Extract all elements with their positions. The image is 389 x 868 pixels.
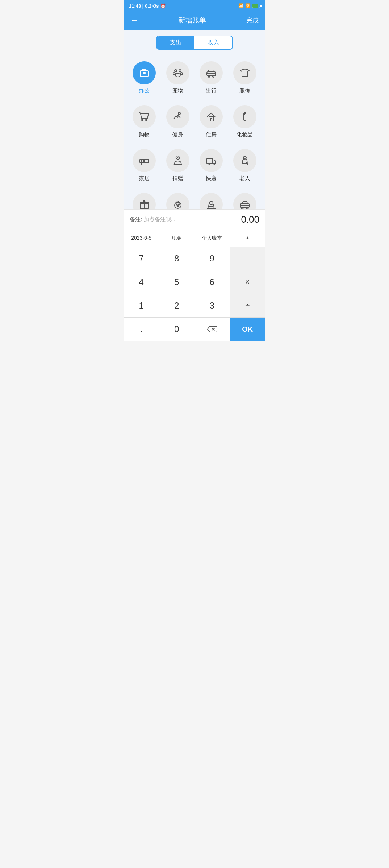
key-minus[interactable]: -: [230, 247, 265, 270]
express-icon: [200, 149, 223, 172]
date-selector[interactable]: 2023-6-5: [124, 230, 159, 247]
shopping-icon: [133, 105, 156, 128]
cat-donation-label: 捐赠: [172, 175, 183, 182]
svg-point-5: [173, 73, 175, 75]
travel-icon: [200, 61, 223, 84]
cat-fitness-label: 健身: [172, 131, 183, 138]
battery-icon: [252, 4, 260, 8]
cat-office[interactable]: 办公: [127, 57, 161, 99]
cat-housing[interactable]: 住房: [194, 101, 228, 142]
svg-point-7: [175, 73, 180, 77]
svg-point-4: [179, 70, 181, 72]
svg-point-28: [213, 164, 214, 165]
tab-area: 支出 收入: [124, 30, 265, 53]
donation-icon: [166, 149, 189, 172]
cat-tourism[interactable]: 旅游: [194, 189, 228, 209]
key-1[interactable]: 1: [124, 294, 159, 318]
key-9[interactable]: 9: [194, 247, 230, 270]
key-8[interactable]: 8: [159, 247, 195, 270]
back-button[interactable]: ←: [130, 16, 138, 25]
svg-point-17: [213, 116, 214, 116]
key-3[interactable]: 3: [194, 294, 230, 318]
key-divide[interactable]: ÷: [230, 294, 265, 318]
note-label: 备注:: [130, 216, 142, 222]
cat-housing-label: 住房: [206, 131, 217, 138]
cat-shopping[interactable]: 购物: [127, 101, 161, 142]
tab-switcher: 支出 收入: [156, 36, 233, 50]
key-6[interactable]: 6: [194, 270, 230, 294]
svg-point-6: [180, 73, 183, 75]
cat-travel-label: 出行: [206, 87, 217, 94]
add-button-top[interactable]: +: [230, 230, 265, 247]
car-icon: [233, 193, 256, 209]
payment-method-selector[interactable]: 现金: [159, 230, 195, 247]
key-dot[interactable]: .: [124, 318, 159, 341]
cat-gift[interactable]: 礼物: [127, 189, 161, 209]
amount-display: 0.00: [241, 214, 259, 225]
cat-pet-label: 宠物: [172, 87, 183, 94]
snack-icon: [166, 193, 189, 209]
key-5[interactable]: 5: [159, 270, 195, 294]
cat-express[interactable]: 快递: [194, 145, 228, 186]
cosmetics-icon: [233, 105, 256, 128]
category-grid: 办公 宠物 出行: [124, 53, 265, 209]
cat-clothing[interactable]: 服饰: [228, 57, 262, 99]
note-bar: 备注: 加点备注呗... 0.00: [124, 209, 265, 230]
cat-express-label: 快递: [206, 175, 217, 182]
gift-icon: [133, 193, 156, 209]
svg-rect-15: [209, 117, 213, 121]
svg-point-14: [178, 112, 180, 115]
svg-point-42: [241, 207, 243, 209]
cat-furniture[interactable]: 家居: [127, 145, 161, 186]
cat-cosmetics[interactable]: 化妆品: [228, 101, 262, 142]
tab-expense[interactable]: 支出: [157, 36, 194, 49]
svg-rect-16: [210, 118, 212, 121]
cat-clothing-label: 服饰: [239, 87, 250, 94]
key-7[interactable]: 7: [124, 247, 159, 270]
signal-icon: 📶: [238, 3, 244, 8]
cat-elderly[interactable]: 老人: [228, 145, 262, 186]
wifi-icon: 🛜: [245, 3, 251, 8]
done-button[interactable]: 完成: [246, 16, 259, 25]
category-scroll-area[interactable]: 办公 宠物 出行: [124, 53, 265, 209]
pet-icon: [166, 61, 189, 84]
housing-icon: [200, 105, 223, 128]
cat-furniture-label: 家居: [139, 175, 150, 182]
svg-rect-25: [145, 160, 147, 162]
page-title: 新增账单: [179, 16, 206, 25]
cat-snack[interactable]: 零食: [161, 189, 195, 209]
cat-travel[interactable]: 出行: [194, 57, 228, 99]
cat-cosmetics-label: 化妆品: [237, 131, 253, 138]
key-0[interactable]: 0: [159, 318, 195, 341]
tab-income[interactable]: 收入: [194, 36, 232, 49]
account-selector[interactable]: 个人账本: [194, 230, 230, 247]
cat-elderly-label: 老人: [239, 175, 250, 182]
svg-point-12: [142, 119, 143, 121]
office-icon: [133, 61, 156, 84]
furniture-icon: [133, 149, 156, 172]
cat-donation[interactable]: 捐赠: [161, 145, 195, 186]
svg-point-39: [209, 201, 213, 205]
status-bar: 11:43 | 0.2K/s ⏰ 📶 🛜: [124, 0, 265, 12]
key-delete[interactable]: [194, 318, 230, 341]
key-2[interactable]: 2: [159, 294, 195, 318]
svg-point-13: [146, 119, 147, 121]
key-ok[interactable]: OK: [230, 318, 265, 341]
svg-point-37: [178, 204, 179, 205]
fitness-icon: [166, 105, 189, 128]
note-placeholder: 加点备注呗...: [144, 216, 176, 222]
cat-pet[interactable]: 宠物: [161, 57, 195, 99]
status-time: 11:43 | 0.2K/s ⏰: [129, 3, 166, 9]
svg-point-27: [208, 164, 209, 165]
note-input-area[interactable]: 备注: 加点备注呗...: [130, 216, 175, 223]
svg-point-9: [208, 76, 210, 77]
clothing-icon: [233, 61, 256, 84]
key-multiply[interactable]: ×: [230, 270, 265, 294]
numpad-rows: 7 8 9 - 4 5 6 × 1 2 3 ÷ . 0 OK: [124, 247, 265, 341]
svg-rect-24: [141, 160, 144, 162]
cat-car[interactable]: 汽车: [228, 189, 262, 209]
key-4[interactable]: 4: [124, 270, 159, 294]
cat-fitness[interactable]: 健身: [161, 101, 195, 142]
svg-rect-2: [143, 72, 145, 74]
app-header: ← 新增账单 完成: [124, 12, 265, 30]
